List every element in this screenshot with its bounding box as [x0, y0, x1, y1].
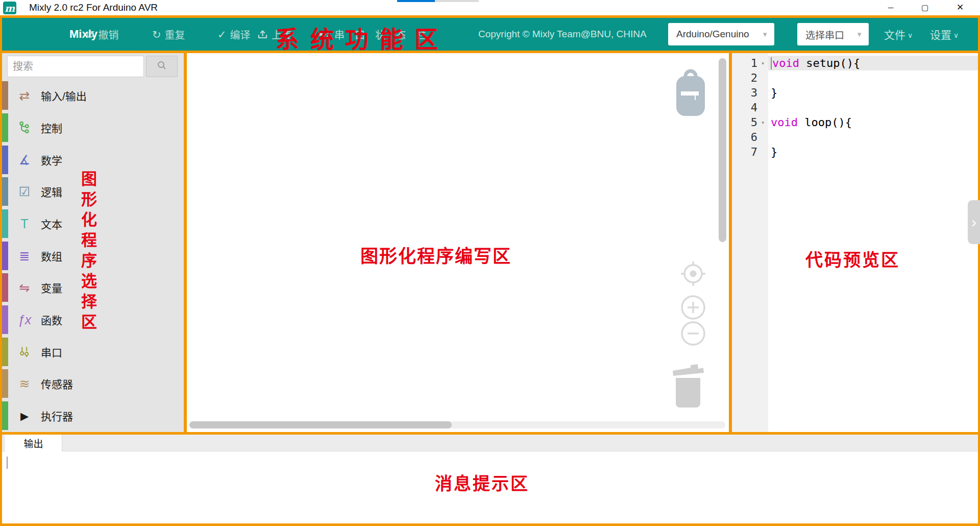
serial-plug-icon — [318, 30, 331, 39]
upload-icon — [257, 29, 268, 39]
serial-cable-icon — [16, 345, 33, 358]
vertical-scrollbar[interactable] — [719, 58, 726, 242]
sidebar-item-label: 输入/输出 — [41, 88, 87, 103]
math-compass-icon: ∡ — [16, 154, 33, 166]
minimize-button[interactable]: ─ — [879, 0, 902, 15]
title-bar: m Mixly 2.0 rc2 For Arduino AVR ─ ▢ ✕ — [0, 0, 980, 15]
horizontal-scrollbar-track[interactable] — [189, 421, 725, 428]
category-color-strip — [2, 273, 8, 302]
zoom-in-button[interactable] — [679, 294, 707, 323]
mixly-window: m Mixly 2.0 rc2 For Arduino AVR ─ ▢ ✕ Mi… — [0, 0, 980, 526]
category-color-strip — [2, 338, 8, 366]
toolbar: Mixly ↺ 撤销 ↻ 重复 ✓ 编译 上传 — [2, 18, 978, 51]
category-color-strip — [2, 242, 8, 270]
output-panel: 输出 — [2, 435, 978, 523]
redo-icon: ↻ — [152, 29, 161, 40]
sidebar-item-serial[interactable]: 串口 — [2, 336, 184, 368]
chevron-down-icon: ∨ — [953, 31, 959, 39]
category-color-strip — [2, 177, 8, 206]
fold-caret-icon[interactable]: ▾ — [757, 119, 768, 126]
code-line: 4 — [732, 100, 978, 115]
code-line: 7 } — [732, 145, 978, 159]
sidebar-item-actuator[interactable]: ▶ 执行器 — [2, 400, 184, 432]
sidebar-item-label: 串口 — [41, 344, 62, 360]
text-icon: T — [16, 218, 33, 230]
chevron-right-icon: › — [971, 213, 976, 231]
variable-swap-icon: ⇋ — [16, 281, 33, 294]
backpack-icon[interactable] — [675, 67, 706, 119]
array-list-icon: ≣ — [16, 250, 33, 262]
sidebar-item-input-output[interactable]: ⇄ 输入/输出 — [2, 80, 184, 111]
input-output-icon: ⇄ — [16, 89, 33, 102]
category-color-strip — [2, 209, 8, 238]
center-view-button[interactable] — [679, 260, 707, 290]
file-menu-button[interactable]: 文件 ∨ — [884, 18, 913, 51]
sidebar-item-control[interactable]: 控制 — [2, 112, 184, 144]
actuator-play-icon: ▶ — [16, 411, 33, 421]
close-button[interactable]: ✕ — [948, 0, 972, 15]
search-input[interactable] — [7, 56, 144, 77]
code-preview-panel[interactable]: 1 ▾ void setup(){ 2 3 } 4 5 ▾ void loop(… — [732, 53, 978, 432]
sidebar-item-label: 执行器 — [41, 408, 73, 423]
serial-status-button[interactable]: 串口状态栏 — [318, 18, 436, 51]
chevron-down-icon: ∨ — [908, 31, 913, 39]
sensor-icon: ≋ — [16, 377, 33, 390]
sidebar-item-array[interactable]: ≣ 数组 — [2, 240, 184, 272]
horizontal-scrollbar-thumb[interactable] — [189, 421, 452, 428]
category-color-strip — [2, 146, 8, 174]
sidebar-item-math[interactable]: ∡ 数学 — [2, 144, 184, 176]
sidebar-item-label: 函数 — [41, 312, 62, 327]
category-color-strip — [2, 113, 8, 142]
upload-button[interactable]: 上传 — [257, 18, 292, 51]
chevron-down-icon: ▼ — [856, 31, 863, 38]
text-cursor — [771, 57, 772, 69]
sidebar-item-label: 变量 — [41, 280, 62, 295]
block-workspace[interactable] — [187, 53, 729, 432]
mixly-logo-icon: m — [3, 2, 16, 14]
block-category-sidebar: ⇄ 输入/输出 控制 ∡ 数学 ☑ 逻辑 T 文本 — [2, 53, 184, 432]
compile-button[interactable]: ✓ 编译 — [217, 18, 251, 51]
top-edge-blue-bar — [397, 0, 435, 2]
port-select[interactable]: 选择串口 ▼ — [797, 23, 869, 45]
port-select-value: 选择串口 — [805, 28, 844, 41]
sidebar-item-label: 控制 — [41, 120, 62, 135]
sidebar-item-logic[interactable]: ☑ 逻辑 — [2, 176, 184, 207]
sidebar-item-text[interactable]: T 文本 — [2, 208, 184, 240]
code-line: 1 ▾ void setup(){ — [732, 56, 978, 70]
sidebar-item-label: 数组 — [41, 248, 62, 264]
sidebar-item-function[interactable]: ƒx 函数 — [2, 304, 184, 336]
output-text-cursor — [7, 457, 8, 469]
maximize-button[interactable]: ▢ — [913, 0, 937, 15]
undo-button[interactable]: ↺ 撤销 — [86, 18, 119, 51]
search-icon — [157, 60, 167, 73]
sidebar-item-variable[interactable]: ⇋ 变量 — [2, 272, 184, 303]
category-color-strip — [2, 305, 8, 334]
window-title: Mixly 2.0 rc2 For Arduino AVR — [29, 2, 158, 13]
category-color-strip — [2, 81, 8, 110]
trash-icon[interactable] — [671, 362, 705, 410]
board-select[interactable]: Arduino/Genuino ▼ — [668, 23, 774, 45]
function-fx-icon: ƒx — [16, 314, 33, 326]
search-button[interactable] — [146, 56, 178, 77]
output-tab-bar: 输出 — [2, 435, 978, 451]
sidebar-item-label: 数学 — [41, 152, 62, 168]
copyright-text: Copyright © Mixly Team@BNU, CHINA — [478, 18, 647, 51]
undo-icon: ↺ — [86, 29, 95, 40]
chevron-down-icon: ▼ — [762, 31, 768, 38]
code-line: 6 — [732, 130, 978, 145]
category-color-strip — [2, 369, 8, 398]
fold-caret-icon[interactable]: ▾ — [757, 60, 768, 67]
collapse-panel-tab[interactable]: › — [968, 200, 980, 244]
tab-output[interactable]: 输出 — [5, 435, 62, 451]
zoom-out-button[interactable] — [679, 320, 707, 349]
sidebar-item-label: 传感器 — [41, 376, 73, 391]
top-edge-gray-bar — [435, 0, 479, 2]
sidebar-item-label: 文本 — [41, 216, 62, 231]
code-line: 3 } — [732, 85, 978, 100]
code-line: 2 — [732, 70, 978, 85]
redo-button[interactable]: ↻ 重复 — [152, 18, 185, 51]
sidebar-item-sensor[interactable]: ≋ 传感器 — [2, 368, 184, 399]
compile-check-icon: ✓ — [217, 29, 227, 40]
settings-menu-button[interactable]: 设置 ∨ — [930, 18, 959, 51]
control-branch-icon — [16, 121, 33, 134]
